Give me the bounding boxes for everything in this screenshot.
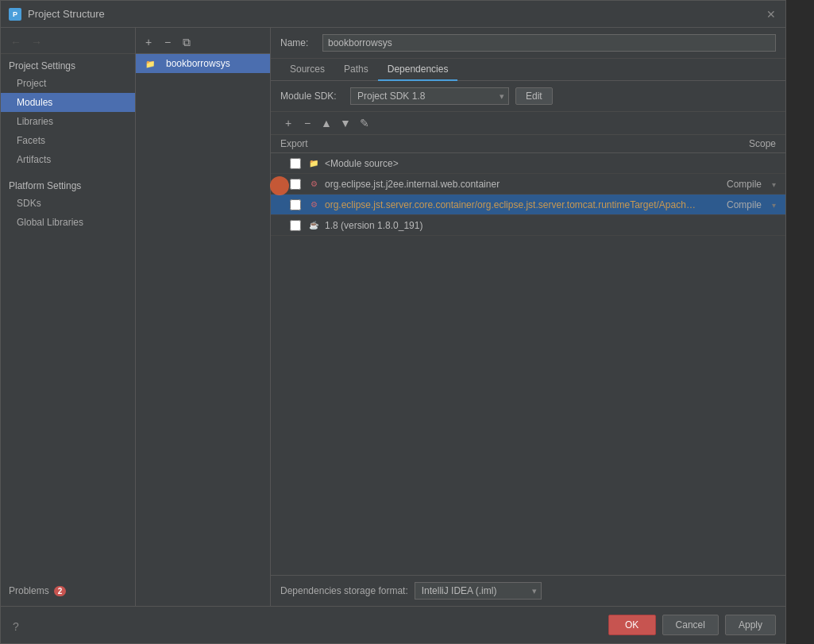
deps-toolbar: + − ▲ ▼ ✎ — [271, 112, 785, 135]
sidebar-item-global-libraries-label: Global Libraries — [17, 217, 83, 228]
sidebar: ← → Project Settings Project Modules Lib… — [1, 28, 136, 606]
dialog-icon: P — [9, 8, 21, 21]
deps-header: Export Scope — [271, 135, 785, 153]
sidebar-item-facets[interactable]: Facets — [1, 131, 135, 150]
project-structure-dialog: P Project Structure ✕ ← → Project Settin… — [0, 0, 786, 644]
sdk-select-wrap: Project SDK 1.8 — [350, 87, 509, 105]
sidebar-item-artifacts-label: Artifacts — [17, 154, 51, 165]
dep-scope-j2ee: Compile Provided Runtime Test — [696, 179, 776, 190]
name-input[interactable] — [322, 34, 776, 52]
dep-checkbox-server[interactable] — [290, 199, 301, 210]
tab-paths[interactable]: Paths — [334, 59, 378, 81]
dep-sdk-icon: ☕ — [307, 219, 320, 232]
deps-export-header: Export — [280, 138, 696, 149]
tab-sources[interactable]: Sources — [280, 59, 334, 81]
sidebar-item-global-libraries[interactable]: Global Libraries — [1, 213, 135, 232]
title-bar-left: P Project Structure — [9, 8, 105, 21]
project-settings-header: Project Settings — [1, 54, 135, 74]
dep-name-j2ee: org.eclipse.jst.j2ee.internal.web.contai… — [325, 179, 696, 190]
module-toolbar: + − ⧉ — [136, 31, 270, 54]
name-label: Name: — [280, 37, 316, 48]
back-button[interactable]: ← — [7, 34, 25, 50]
close-button[interactable]: ✕ — [765, 8, 777, 21]
deps-table: 📁 <Module source> ⚙ org.eclipse.jst.j2ee… — [271, 153, 785, 575]
add-module-button[interactable]: + — [141, 34, 156, 50]
module-settings: Name: Sources Paths Dependencies — [271, 28, 785, 606]
dep-name-module-source: <Module source> — [325, 158, 696, 169]
dep-checkbox-module-source[interactable] — [290, 158, 301, 169]
edit-sdk-button[interactable]: Edit — [515, 87, 553, 105]
storage-row: Dependencies storage format: IntelliJ ID… — [271, 575, 785, 606]
sdk-select[interactable]: Project SDK 1.8 — [350, 87, 509, 105]
apply-button[interactable]: Apply — [725, 615, 776, 635]
tab-dependencies[interactable]: Dependencies — [378, 59, 458, 81]
dep-folder-icon: 📁 — [307, 157, 320, 170]
sidebar-item-project[interactable]: Project — [1, 74, 135, 93]
dep-scope-select-server[interactable]: Compile Provided Runtime Test — [727, 199, 776, 210]
remove-module-button[interactable]: − — [160, 34, 176, 50]
sidebar-item-modules-label: Modules — [17, 97, 52, 108]
move-up-dep-button[interactable]: ▲ — [318, 115, 334, 131]
dep-row-j2ee[interactable]: ⚙ org.eclipse.jst.j2ee.internal.web.cont… — [271, 174, 785, 195]
sidebar-item-libraries[interactable]: Libraries — [1, 112, 135, 131]
title-bar: P Project Structure ✕ — [1, 1, 785, 28]
problems-label: Problems — [9, 585, 49, 596]
storage-label: Dependencies storage format: — [280, 585, 408, 596]
cancel-button[interactable]: Cancel — [662, 615, 719, 635]
center-area: + − ⧉ 📁 bookborrowsys Name: — [136, 28, 785, 606]
help-area: ? — [8, 619, 24, 634]
problems-badge: 2 — [54, 586, 67, 596]
module-item-label: bookborrowsys — [166, 58, 230, 69]
dep-row-server[interactable]: ⚙ org.eclipse.jst.server.core.container/… — [271, 195, 785, 215]
sidebar-item-libraries-label: Libraries — [17, 116, 53, 127]
sidebar-item-modules[interactable]: Modules — [1, 93, 135, 112]
sdk-row: Module SDK: Project SDK 1.8 Edit — [271, 81, 785, 112]
name-row: Name: — [271, 28, 785, 59]
add-dep-button[interactable]: + — [280, 115, 296, 131]
dep-scope-server: Compile Provided Runtime Test — [696, 199, 776, 210]
dep-name-server: org.eclipse.jst.server.core.container/or… — [325, 199, 696, 210]
module-list: + − ⧉ 📁 bookborrowsys — [136, 28, 271, 606]
ok-button[interactable]: OK — [608, 615, 656, 635]
forward-button[interactable]: → — [28, 34, 45, 50]
move-down-dep-button[interactable]: ▼ — [338, 115, 353, 131]
dep-scope-select-j2ee[interactable]: Compile Provided Runtime Test — [727, 179, 776, 190]
dep-checkbox-j2ee[interactable] — [290, 179, 301, 190]
storage-select[interactable]: IntelliJ IDEA (.iml) Eclipse (.classpath… — [415, 582, 542, 600]
nav-arrows: ← → — [1, 31, 135, 54]
dep-row-module-source[interactable]: 📁 <Module source> — [271, 153, 785, 174]
dep-server-icon: ⚙ — [307, 199, 320, 211]
copy-module-button[interactable]: ⧉ — [179, 34, 195, 50]
sidebar-item-project-label: Project — [17, 78, 46, 89]
sidebar-item-sdks[interactable]: SDKs — [1, 194, 135, 213]
platform-settings-header: Platform Settings — [1, 175, 135, 194]
dialog-title: Project Structure — [28, 8, 105, 20]
sidebar-item-problems[interactable]: Problems 2 — [1, 582, 135, 600]
main-content: ← → Project Settings Project Modules Lib… — [1, 28, 785, 606]
bottom-buttons: OK Cancel Apply — [1, 606, 785, 643]
storage-select-wrap: IntelliJ IDEA (.iml) Eclipse (.classpath… — [415, 582, 542, 600]
dep-jar-icon-j2ee: ⚙ — [307, 178, 320, 191]
tabs: Sources Paths Dependencies — [271, 59, 785, 81]
dep-name-jdk: 1.8 (version 1.8.0_191) — [325, 220, 696, 231]
dep-row-jdk[interactable]: ☕ 1.8 (version 1.8.0_191) — [271, 215, 785, 236]
sidebar-item-sdks-label: SDKs — [17, 198, 41, 209]
deps-scope-header: Scope — [696, 138, 776, 149]
module-item-bookborrowsys[interactable]: 📁 bookborrowsys — [136, 54, 270, 73]
edit-dep-button[interactable]: ✎ — [357, 115, 372, 131]
sidebar-item-artifacts[interactable]: Artifacts — [1, 150, 135, 169]
sdk-label: Module SDK: — [280, 91, 344, 102]
help-button[interactable]: ? — [8, 619, 24, 634]
module-folder-icon: 📁 — [144, 57, 156, 70]
dep-checkbox-jdk[interactable] — [290, 220, 301, 231]
sidebar-item-facets-label: Facets — [17, 135, 45, 146]
remove-dep-button[interactable]: − — [299, 115, 315, 131]
